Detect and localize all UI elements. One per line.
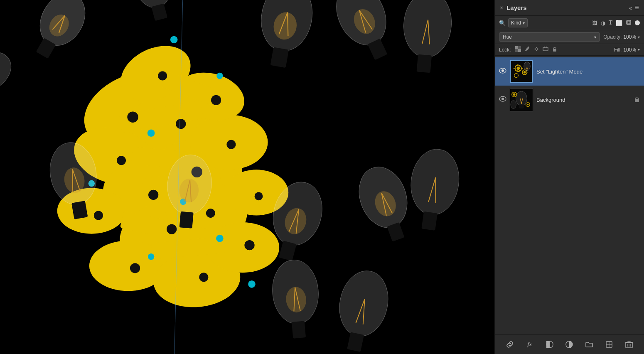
lock-icon: [634, 96, 640, 103]
blend-mode-chevron: ▾: [594, 35, 596, 39]
svg-point-24: [117, 156, 126, 165]
add-mask-button[interactable]: [543, 338, 556, 351]
opacity-control: Opacity: 100% ▾: [603, 34, 640, 40]
svg-rect-127: [521, 68, 523, 69]
svg-point-27: [226, 140, 236, 149]
svg-point-38: [216, 73, 223, 79]
layers-list: Set "Lighten" Mode: [495, 56, 644, 334]
layer-via-copy-button[interactable]: [603, 338, 615, 351]
svg-rect-114: [543, 47, 548, 51]
lock-transparency-button[interactable]: [515, 46, 521, 53]
eye-icon-background: [499, 96, 506, 102]
svg-point-34: [255, 192, 263, 200]
lock-all-button[interactable]: [552, 46, 558, 53]
lock-label: Lock:: [499, 47, 511, 53]
layer-item-lighten[interactable]: Set "Lighten" Mode: [495, 57, 644, 86]
svg-rect-128: [517, 64, 518, 66]
svg-point-26: [148, 190, 158, 200]
layer-visibility-button-background[interactable]: [499, 96, 506, 103]
fill-chevron[interactable]: ▾: [638, 47, 640, 52]
filter-shape-button[interactable]: ⬜: [616, 20, 622, 26]
panel-header: × Layers « ≡: [495, 0, 644, 16]
layer-visibility-button-lighten[interactable]: [499, 68, 506, 75]
half-circle-icon: [565, 340, 573, 349]
svg-point-122: [516, 66, 520, 70]
svg-point-42: [148, 253, 154, 260]
svg-rect-150: [635, 99, 639, 102]
close-icon: ×: [500, 5, 503, 11]
svg-point-32: [244, 240, 254, 250]
delete-layer-button[interactable]: [623, 338, 635, 351]
shape-filter-icon: ⬜: [616, 20, 622, 26]
add-layer-style-button[interactable]: fx: [524, 338, 536, 351]
filter-type-button[interactable]: T: [609, 20, 612, 26]
svg-point-37: [170, 36, 178, 44]
kind-filter-select[interactable]: Kind ▾: [508, 18, 528, 27]
fill-control: Fill: 100% ▾: [614, 47, 640, 53]
opacity-chevron[interactable]: ▾: [638, 35, 640, 39]
lock-position-icon: [533, 46, 539, 52]
folder-icon: [585, 340, 593, 349]
lock-all-icon: [552, 46, 558, 52]
panel-title: Layers: [503, 4, 629, 11]
filter-image-button[interactable]: 🖼: [592, 20, 597, 26]
link-icon: [506, 340, 514, 349]
fill-label: Fill:: [614, 47, 622, 53]
layer-lock-icon-background: [634, 96, 640, 104]
lock-artboard-button[interactable]: [543, 46, 548, 53]
blend-mode-value: Hue: [503, 34, 512, 40]
thumbnail-lighten-svg: [510, 60, 533, 83]
svg-point-22: [127, 111, 138, 122]
blend-mode-select[interactable]: Hue ▾: [499, 32, 600, 42]
svg-point-124: [524, 71, 526, 74]
svg-point-146: [513, 93, 516, 96]
fill-value[interactable]: 100%: [623, 47, 636, 53]
opacity-value[interactable]: 100%: [623, 34, 636, 40]
svg-rect-98: [292, 321, 306, 338]
collapse-icon: «: [629, 5, 632, 11]
fx-icon: fx: [527, 341, 532, 348]
svg-point-28: [167, 224, 177, 234]
svg-rect-142: [519, 105, 524, 109]
lock-image-button[interactable]: [524, 46, 530, 53]
svg-point-35: [158, 71, 167, 80]
layer-item-background[interactable]: Background: [495, 86, 644, 114]
svg-rect-153: [546, 341, 550, 348]
svg-rect-55: [270, 47, 289, 68]
svg-point-113: [528, 47, 529, 48]
trash-icon: [625, 340, 633, 349]
new-group-button[interactable]: [583, 338, 595, 351]
svg-point-43: [248, 280, 256, 288]
kind-filter-label: Kind: [511, 20, 521, 26]
blend-mode-row: Hue ▾ Opacity: 100% ▾: [495, 30, 644, 44]
svg-point-149: [511, 101, 516, 108]
lock-position-button[interactable]: [533, 46, 539, 53]
svg-rect-108: [627, 21, 630, 24]
svg-rect-129: [517, 70, 518, 72]
thumbnail-background-svg: [510, 88, 533, 111]
svg-rect-111: [515, 49, 518, 52]
mask-icon: [546, 340, 554, 349]
svg-rect-94: [421, 211, 438, 231]
svg-rect-79: [179, 211, 194, 229]
type-filter-icon: T: [609, 20, 612, 26]
svg-point-33: [94, 211, 103, 220]
panel-close-button[interactable]: ×: [500, 5, 503, 11]
link-layers-button[interactable]: [504, 338, 516, 351]
filter-bar: 🔍 Kind ▾ 🖼 ◑ T ⬜: [495, 16, 644, 30]
panel-menu-button[interactable]: ≡: [634, 3, 639, 12]
svg-point-148: [527, 104, 529, 106]
canvas-content: [0, 0, 494, 354]
filter-smart-object-button[interactable]: [626, 20, 632, 27]
new-fill-adjustment-button[interactable]: [563, 338, 575, 351]
svg-rect-126: [514, 68, 516, 69]
filter-adjustment-button[interactable]: ◑: [601, 20, 605, 26]
eye-icon-lighten: [499, 68, 506, 74]
layers-toolbar: fx: [495, 334, 644, 354]
svg-point-30: [130, 263, 140, 273]
opacity-label: Opacity:: [603, 34, 622, 40]
smart-object-filter-icon: [626, 20, 632, 27]
filter-icons: 🖼 ◑ T ⬜: [592, 20, 640, 27]
svg-rect-74: [71, 201, 88, 219]
panel-collapse-button[interactable]: «: [629, 5, 632, 11]
